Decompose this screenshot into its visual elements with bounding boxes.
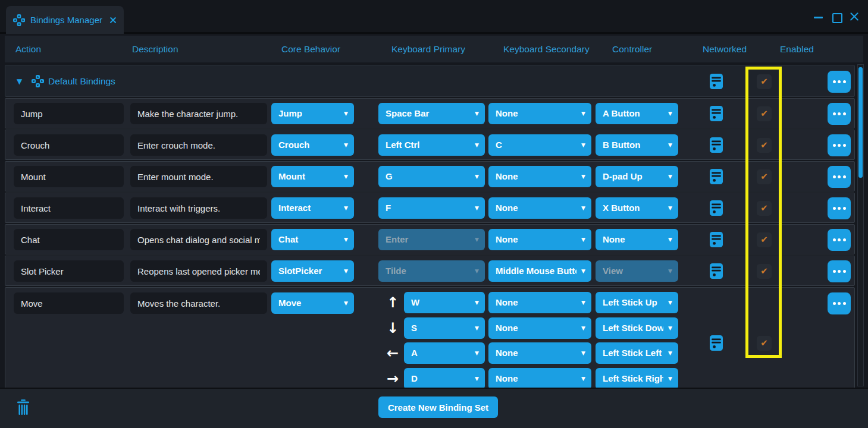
description-field[interactable] (130, 134, 267, 156)
keyboard-primary-dropdown[interactable]: D ▼ (404, 368, 485, 388)
check-icon: ✔ (757, 74, 772, 89)
maximize-button[interactable] (831, 12, 841, 22)
row-options-button[interactable] (828, 197, 851, 219)
table-row: Chat ▼ Enter ▼ None ▼ None ▼ ✔ (5, 224, 855, 254)
action-field[interactable] (14, 229, 124, 250)
check-icon: ✔ (757, 264, 772, 279)
column-header-enabled: Enabled (780, 36, 814, 62)
column-header-action: Action (15, 36, 41, 62)
keyboard-primary-dropdown[interactable]: F ▼ (378, 197, 485, 219)
controller-dropdown[interactable]: Left Stick Left ▼ (596, 342, 678, 364)
description-field[interactable] (130, 229, 267, 250)
vertical-scrollbar[interactable] (857, 64, 864, 386)
keyboard-secondary-dropdown[interactable]: Middle Mouse Button ▼ (488, 260, 591, 282)
keyboard-primary-dropdown[interactable]: Enter ▼ (378, 229, 485, 250)
keyboard-secondary-dropdown[interactable]: None ▼ (488, 368, 591, 388)
binding-set-name[interactable]: Default Bindings (48, 65, 115, 97)
enabled-checkbox[interactable]: ✔ (757, 138, 772, 153)
delete-binding-set-button[interactable] (17, 399, 30, 416)
keyboard-secondary-dropdown[interactable]: None ▼ (488, 166, 591, 187)
enabled-checkbox[interactable]: ✔ (757, 264, 772, 279)
action-field[interactable] (14, 103, 124, 124)
keyboard-primary-dropdown[interactable]: Tilde ▼ (378, 260, 485, 282)
core-behavior-dropdown[interactable]: Jump ▼ (271, 103, 354, 124)
keyboard-primary-dropdown[interactable]: A ▼ (404, 342, 485, 364)
controller-dropdown[interactable]: X Button ▼ (596, 197, 678, 219)
scrollbar-thumb[interactable] (858, 67, 863, 178)
binding-set-dpad-icon (32, 75, 44, 87)
keyboard-secondary-dropdown[interactable]: None ▼ (488, 229, 591, 250)
chevron-down-icon: ▼ (475, 103, 479, 124)
action-field[interactable] (14, 166, 124, 187)
action-field[interactable] (14, 197, 124, 219)
keyboard-primary-dropdown[interactable]: Space Bar ▼ (378, 103, 485, 124)
controller-dropdown[interactable]: None ▼ (596, 229, 678, 250)
keyboard-primary-dropdown[interactable]: W ▼ (404, 292, 485, 313)
chevron-down-icon: ▼ (475, 317, 479, 339)
minimize-button[interactable] (813, 12, 823, 22)
core-behavior-dropdown[interactable]: Mount ▼ (271, 166, 354, 187)
column-header-keyboard-primary: Keyboard Primary (391, 36, 465, 62)
tab-bindings-manager[interactable]: Bindings Manager (6, 6, 124, 34)
binding-rows: Jump ▼ Space Bar ▼ None ▼ A Button ▼ ✔ C… (0, 98, 868, 286)
controller-dropdown[interactable]: B Button ▼ (596, 134, 678, 156)
enabled-checkbox[interactable]: ✔ (757, 336, 772, 351)
keyboard-secondary-dropdown[interactable]: None ▼ (488, 197, 591, 219)
controller-dropdown[interactable]: Left Stick Right ▼ (596, 368, 678, 388)
create-new-binding-set-button[interactable]: Create New Binding Set (378, 396, 498, 418)
core-behavior-dropdown[interactable]: Interact ▼ (271, 197, 354, 219)
tab-close-icon[interactable] (109, 16, 117, 24)
controller-dropdown[interactable]: View ▼ (596, 260, 678, 282)
controller-dropdown[interactable]: A Button ▼ (596, 103, 678, 124)
table-row: Jump ▼ Space Bar ▼ None ▼ A Button ▼ ✔ (5, 98, 855, 128)
direction-arrow-icon: → (384, 368, 401, 388)
enabled-checkbox[interactable]: ✔ (757, 169, 772, 184)
table-row-move: Move ▼ ↑ W ▼ None ▼ Left Stick Up ▼ ↓ S … (5, 287, 855, 388)
dropdown-value: A (411, 342, 470, 364)
core-behavior-dropdown[interactable]: Chat ▼ (271, 229, 354, 250)
dropdown-value: None (496, 166, 576, 187)
keyboard-secondary-dropdown[interactable]: None ▼ (488, 103, 591, 124)
enabled-checkbox[interactable]: ✔ (757, 106, 772, 121)
row-options-button[interactable] (828, 103, 851, 125)
description-field[interactable] (130, 103, 267, 124)
enabled-checkbox[interactable]: ✔ (757, 74, 772, 89)
dropdown-value: SlotPicker (278, 260, 339, 282)
column-header-controller: Controller (612, 36, 652, 62)
chevron-down-icon: ▼ (475, 166, 479, 187)
row-options-button[interactable] (828, 229, 851, 251)
description-field[interactable] (130, 166, 267, 187)
enabled-checkbox[interactable]: ✔ (757, 232, 772, 247)
keyboard-secondary-dropdown[interactable]: None ▼ (488, 317, 591, 339)
keyboard-secondary-dropdown[interactable]: None ▼ (488, 292, 591, 313)
direction-arrow-icon: ↓ (384, 317, 401, 339)
direction-arrow-icon: ← (384, 342, 401, 364)
chevron-down-icon: ▼ (344, 197, 348, 219)
keyboard-primary-dropdown[interactable]: Left Ctrl ▼ (378, 134, 485, 156)
bindings-list: ▼ Default Bindings ✔ Jump ▼ Space Bar ▼ (0, 62, 868, 388)
core-behavior-dropdown[interactable]: Crouch ▼ (271, 134, 354, 156)
row-options-button[interactable] (828, 292, 851, 314)
keyboard-secondary-dropdown[interactable]: None ▼ (488, 342, 591, 364)
expand-caret-icon[interactable]: ▼ (17, 65, 22, 97)
action-field[interactable] (14, 260, 124, 282)
core-behavior-dropdown[interactable]: SlotPicker ▼ (271, 260, 354, 282)
window-close-button[interactable] (849, 11, 860, 22)
row-options-button[interactable] (828, 260, 851, 282)
description-field[interactable] (130, 197, 267, 219)
networked-icon (710, 200, 723, 216)
row-options-button[interactable] (828, 71, 851, 93)
row-options-button[interactable] (828, 166, 851, 188)
enabled-checkbox[interactable]: ✔ (757, 201, 772, 216)
controller-dropdown[interactable]: Left Stick Up ▼ (596, 292, 678, 313)
controller-dropdown[interactable]: Left Stick Down ▼ (596, 317, 678, 339)
row-options-button[interactable] (828, 134, 851, 156)
controller-dropdown[interactable]: D-pad Up ▼ (596, 166, 678, 187)
keyboard-primary-dropdown[interactable]: S ▼ (404, 317, 485, 339)
tab-title: Bindings Manager (30, 15, 102, 25)
keyboard-primary-dropdown[interactable]: G ▼ (378, 166, 485, 187)
keyboard-secondary-dropdown[interactable]: C ▼ (488, 134, 591, 156)
description-field[interactable] (130, 260, 267, 282)
action-field[interactable] (14, 134, 124, 156)
dropdown-value: S (411, 317, 470, 339)
